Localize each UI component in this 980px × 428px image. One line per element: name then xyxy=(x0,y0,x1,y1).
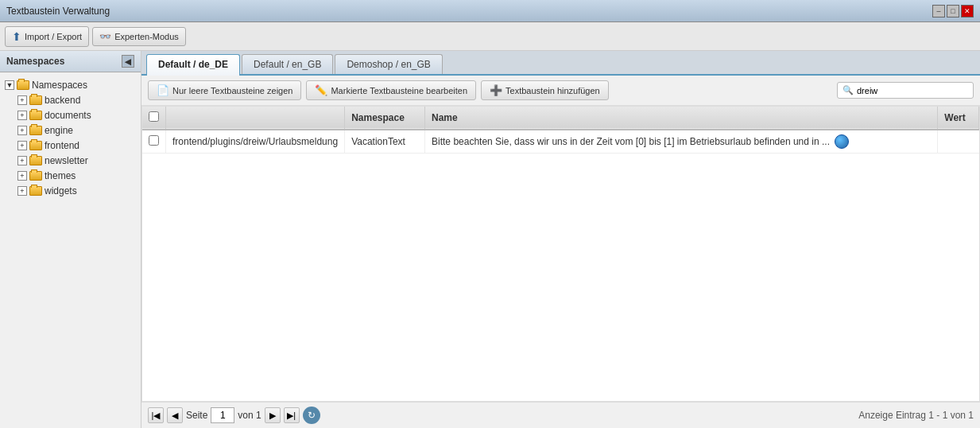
col-header-namespace: Namespace xyxy=(345,107,425,130)
tab-0[interactable]: Default / de_DE xyxy=(146,54,240,76)
folder-icon-engine xyxy=(29,126,42,135)
tree-item-root: ▼ Namespaces +backend+documents+engine+f… xyxy=(3,78,138,198)
wert-text: Bitte beachten Sie, dass wir uns in der … xyxy=(432,136,830,147)
tree-toggle-engine[interactable]: + xyxy=(17,126,27,135)
tree-root: ▼ Namespaces +backend+documents+engine+f… xyxy=(3,78,138,198)
tree-root-row[interactable]: ▼ Namespaces xyxy=(3,78,138,92)
experten-modus-label: Experten-Modus xyxy=(114,32,179,41)
minimize-button[interactable]: – xyxy=(932,5,945,18)
sidebar-header: Namespaces ◀ xyxy=(0,51,141,72)
content-area: Default / de_DEDefault / en_GBDemoshop /… xyxy=(141,51,980,428)
pagination-bar: |◀ ◀ Seite von 1 ▶ ▶| ↻ Anzeige Eintrag … xyxy=(141,402,980,428)
refresh-button[interactable]: ↻ xyxy=(303,407,320,424)
col-header-name: Name xyxy=(425,107,938,130)
tree-item-newsletter: +newsletter xyxy=(16,154,138,168)
tree-item-widgets: +widgets xyxy=(16,184,138,198)
experten-icon: 👓 xyxy=(99,31,111,42)
close-button[interactable]: ✕ xyxy=(961,5,974,18)
tab-1[interactable]: Default / en_GB xyxy=(242,54,333,74)
action-toolbar: 📄 Nur leere Textbausteine zeigen ✏️ Mark… xyxy=(141,76,980,106)
first-page-button[interactable]: |◀ xyxy=(148,407,164,423)
import-export-icon: ⬆ xyxy=(12,30,21,43)
title-bar-buttons: – □ ✕ xyxy=(932,5,974,18)
sidebar-collapse-button[interactable]: ◀ xyxy=(122,55,134,68)
tree-label-backend: backend xyxy=(45,95,80,106)
row-checkbox-cell xyxy=(142,130,166,154)
tree-toggle-backend[interactable]: + xyxy=(17,95,27,105)
von-label: von 1 xyxy=(238,410,261,421)
search-box: 🔍 xyxy=(837,82,974,99)
title-bar: Textbaustein Verwaltung – □ ✕ xyxy=(0,0,980,22)
prev-page-button[interactable]: ◀ xyxy=(167,407,183,423)
tree-item-frontend: +frontend xyxy=(16,138,138,153)
search-icon: 🔍 xyxy=(842,85,854,95)
maximize-button[interactable]: □ xyxy=(947,5,959,18)
col-header-checkbox xyxy=(142,107,166,130)
col-header-icon xyxy=(166,107,345,130)
tree-item-backend: +backend xyxy=(16,93,138,107)
hinzufuegen-label: Textbaustein hinzufügen xyxy=(505,86,600,95)
hinzufuegen-button[interactable]: ➕ Textbaustein hinzufügen xyxy=(481,80,609,100)
doc-icon: 📄 xyxy=(157,84,169,96)
pagination-info: Anzeige Eintrag 1 - 1 von 1 xyxy=(858,410,974,421)
table-wrapper: Namespace Name Wert frontend/plugins/dre… xyxy=(141,106,980,402)
folder-icon-backend xyxy=(29,95,42,105)
table-row[interactable]: frontend/plugins/dreiw/UrlaubsmeldungVac… xyxy=(142,130,979,154)
row-wert-globe: Bitte beachten Sie, dass wir uns in der … xyxy=(425,130,938,153)
tree-row-newsletter[interactable]: +newsletter xyxy=(16,154,138,168)
tree-label-frontend: frontend xyxy=(45,140,79,151)
table-body: frontend/plugins/dreiw/UrlaubsmeldungVac… xyxy=(142,130,979,154)
tab-2[interactable]: Demoshop / en_GB xyxy=(335,54,442,74)
tree-toggle-root[interactable]: ▼ xyxy=(5,80,14,90)
sidebar: Namespaces ◀ ▼ Namespaces +backend+docum… xyxy=(0,51,141,428)
markierte-button[interactable]: ✏️ Markierte Textbausteine bearbeiten xyxy=(306,80,476,100)
row-name: VacationText xyxy=(345,130,425,154)
import-export-button[interactable]: ⬆ Import / Export xyxy=(5,26,89,47)
import-export-label: Import / Export xyxy=(25,32,82,41)
tree-item-documents: +documents xyxy=(16,108,138,123)
tree-item-engine: +engine xyxy=(16,123,138,138)
tree-row-documents[interactable]: +documents xyxy=(16,108,138,123)
main-table: Namespace Name Wert frontend/plugins/dre… xyxy=(142,107,979,154)
nur-leere-label: Nur leere Textbausteine zeigen xyxy=(172,86,292,95)
pencil-icon: ✏️ xyxy=(315,84,327,96)
last-page-button[interactable]: ▶| xyxy=(284,407,300,423)
next-page-button[interactable]: ▶ xyxy=(265,407,281,423)
folder-icon-newsletter xyxy=(29,156,42,165)
tree-toggle-themes[interactable]: + xyxy=(17,171,27,181)
tree-row-backend[interactable]: +backend xyxy=(16,93,138,107)
folder-icon-themes xyxy=(29,171,42,181)
experten-modus-button[interactable]: 👓 Experten-Modus xyxy=(92,27,186,46)
search-input[interactable] xyxy=(857,86,968,95)
tree-row-widgets[interactable]: +widgets xyxy=(16,184,138,198)
tree-toggle-newsletter[interactable]: + xyxy=(17,156,27,165)
tree-toggle-widgets[interactable]: + xyxy=(17,186,27,196)
folder-icon-frontend xyxy=(29,141,42,150)
tree-toggle-documents[interactable]: + xyxy=(17,111,27,120)
nur-leere-button[interactable]: 📄 Nur leere Textbausteine zeigen xyxy=(148,80,301,100)
main-toolbar: ⬆ Import / Export 👓 Experten-Modus xyxy=(0,22,980,51)
tree-children: +backend+documents+engine+frontend+newsl… xyxy=(16,93,138,198)
tree-label-documents: documents xyxy=(45,110,91,121)
tree-label-themes: themes xyxy=(45,170,76,181)
row-checkbox[interactable] xyxy=(149,135,159,146)
markierte-label: Markierte Textbausteine bearbeiten xyxy=(331,86,467,95)
tree-toggle-frontend[interactable]: + xyxy=(17,141,27,150)
folder-icon-documents xyxy=(29,111,42,120)
tree-item-themes: +themes xyxy=(16,169,138,183)
page-number-input[interactable] xyxy=(211,407,234,423)
title-bar-text: Textbaustein Verwaltung xyxy=(6,6,110,17)
select-all-checkbox[interactable] xyxy=(149,111,159,122)
tree-root-label: Namespaces xyxy=(32,80,87,91)
tree-row-themes[interactable]: +themes xyxy=(16,169,138,183)
tabs-bar: Default / de_DEDefault / en_GBDemoshop /… xyxy=(141,51,980,76)
sidebar-content: ▼ Namespaces +backend+documents+engine+f… xyxy=(0,72,141,428)
folder-icon-widgets xyxy=(29,186,42,196)
table-header-row: Namespace Name Wert xyxy=(142,107,979,130)
folder-icon-root xyxy=(17,80,29,90)
tree-row-engine[interactable]: +engine xyxy=(16,123,138,138)
tree-label-newsletter: newsletter xyxy=(45,155,88,166)
tree-row-frontend[interactable]: +frontend xyxy=(16,138,138,153)
plus-icon: ➕ xyxy=(490,84,502,96)
tree-label-engine: engine xyxy=(45,125,73,136)
